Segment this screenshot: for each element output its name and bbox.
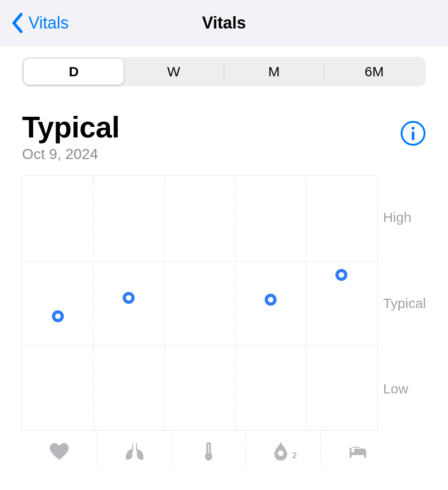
segment-label: W xyxy=(167,64,180,80)
y-axis-labels: High Typical Low xyxy=(378,176,426,431)
svg-rect-2 xyxy=(412,131,414,140)
y-label-high: High xyxy=(383,210,426,225)
date-label: Oct 9, 2024 xyxy=(22,146,119,163)
x-icon-blood-oxygen[interactable]: 2 xyxy=(246,431,320,472)
page-title: Vitals xyxy=(202,13,246,33)
data-point-sleep-duration[interactable] xyxy=(335,269,347,281)
navigation-bar: Vitals Vitals xyxy=(0,0,448,46)
lungs-icon xyxy=(123,440,145,462)
y-label-typical: Typical xyxy=(383,296,426,311)
gridline-v2 xyxy=(164,176,165,430)
data-point-respiratory-rate[interactable] xyxy=(123,292,135,304)
back-button[interactable]: Vitals xyxy=(0,13,68,33)
o2-subscript: 2 xyxy=(292,451,297,461)
svg-point-1 xyxy=(412,127,414,130)
chart-plot-area[interactable] xyxy=(22,176,378,431)
vitals-chart: High Typical Low xyxy=(22,176,426,431)
info-button[interactable] xyxy=(400,120,426,146)
segment-day[interactable]: D xyxy=(24,59,124,85)
chevron-left-icon xyxy=(11,13,24,33)
gridline-v1 xyxy=(93,176,94,430)
data-point-heart-rate[interactable] xyxy=(52,310,64,322)
gridline-high-typical xyxy=(23,261,377,262)
segment-label: M xyxy=(268,64,280,80)
segment-week[interactable]: W xyxy=(124,59,223,85)
blood-oxygen-icon xyxy=(270,440,292,462)
time-range-segmented-control[interactable]: D W M 6M xyxy=(22,57,426,86)
segment-label: D xyxy=(69,64,79,80)
back-label: Vitals xyxy=(28,13,68,33)
x-icon-sleep-duration[interactable] xyxy=(321,431,395,472)
heart-icon xyxy=(48,440,70,462)
x-icon-heart-rate[interactable] xyxy=(22,431,96,472)
gridline-typical-low xyxy=(23,346,377,346)
gridline-v3 xyxy=(235,176,236,430)
x-icon-wrist-temperature[interactable] xyxy=(171,431,246,472)
bed-icon xyxy=(347,440,369,462)
status-heading: Typical xyxy=(22,112,119,143)
data-point-blood-oxygen[interactable] xyxy=(265,294,277,306)
segment-six-months[interactable]: 6M xyxy=(324,59,424,85)
x-icon-respiratory-rate[interactable] xyxy=(96,431,171,472)
gridline-v4 xyxy=(306,176,306,430)
info-circle-icon xyxy=(400,120,426,146)
segment-month[interactable]: M xyxy=(224,59,324,85)
x-axis-icons: 2 xyxy=(22,431,395,472)
segment-label: 6M xyxy=(365,64,384,80)
thermometer-icon xyxy=(198,440,220,462)
y-label-low: Low xyxy=(383,381,426,397)
